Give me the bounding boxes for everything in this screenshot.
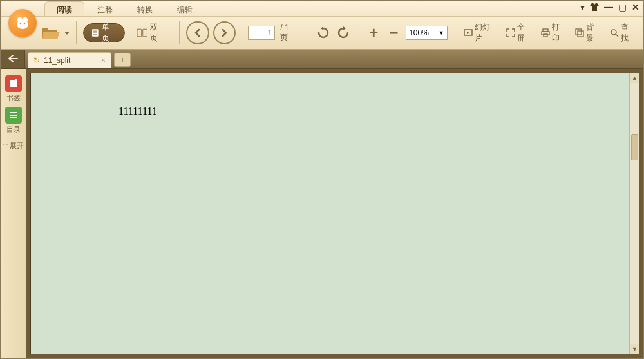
search-icon (610, 28, 619, 37)
svg-rect-14 (544, 34, 547, 37)
menu-bar: 阅读 注释 转换 编辑 ▾ — ▢ ✕ (1, 1, 643, 16)
rotate-left-button[interactable] (315, 24, 331, 41)
slideshow-label: 幻灯片 (475, 22, 497, 44)
expand-button[interactable]: ﹀ 展开 (3, 141, 24, 151)
maximize-icon[interactable]: ▢ (618, 2, 627, 12)
svg-line-18 (616, 34, 618, 37)
content-wrap: 11111111 ▲ ▼ (26, 69, 643, 358)
divider (179, 21, 180, 44)
bookmark-button[interactable]: 书签 (4, 74, 23, 104)
double-page-button[interactable]: 双页 (129, 23, 173, 42)
zoom-out-button[interactable]: − (386, 24, 402, 41)
reload-icon[interactable]: ↻ (33, 56, 40, 65)
next-page-button[interactable] (213, 21, 236, 44)
open-file-button[interactable] (39, 23, 62, 42)
menu-tab-edit[interactable]: 编辑 (166, 2, 204, 17)
divider (76, 21, 77, 44)
document-tab-title: 11_split (44, 56, 70, 65)
toolbar: 单页 双页 / 1页 + (1, 16, 643, 50)
scroll-up-button[interactable]: ▲ (630, 73, 639, 83)
fullscreen-icon (506, 28, 515, 37)
print-button[interactable]: 打印 (538, 22, 569, 44)
find-button[interactable]: 查找 (607, 22, 638, 44)
window-controls: ▾ — ▢ ✕ (580, 2, 639, 12)
print-icon (541, 28, 550, 37)
expand-label: 展开 (10, 141, 24, 151)
svg-rect-16 (578, 31, 583, 37)
toc-label: 目录 (6, 125, 21, 134)
zoom-select[interactable]: 100% ▼ (406, 26, 447, 40)
double-page-label: 双页 (150, 22, 165, 44)
zoom-value: 100% (409, 28, 429, 37)
rotate-right-button[interactable] (336, 24, 352, 41)
app-window: 阅读 注释 转换 编辑 ▾ — ▢ ✕ 单页 (0, 0, 644, 359)
chevron-down-icon: ﹀ (3, 142, 8, 150)
skin-icon[interactable]: ▾ (580, 2, 585, 12)
svg-point-4 (24, 23, 26, 25)
svg-point-2 (23, 17, 28, 23)
bookmark-label: 书签 (6, 93, 21, 103)
prev-page-button[interactable] (186, 21, 209, 44)
fullscreen-label: 全屏 (517, 22, 532, 44)
chevron-down-icon: ▼ (439, 30, 444, 36)
document-tab[interactable]: ↻ 11_split × (28, 52, 111, 68)
page-number-input[interactable] (248, 26, 275, 40)
svg-point-3 (20, 23, 22, 25)
close-tab-icon[interactable]: × (100, 55, 106, 65)
svg-rect-10 (142, 29, 147, 37)
zoom-in-button[interactable]: + (366, 24, 382, 41)
svg-rect-9 (137, 29, 142, 37)
background-label: 背景 (586, 22, 601, 44)
print-label: 打印 (552, 22, 567, 44)
menu-tab-read[interactable]: 阅读 (44, 1, 84, 17)
svg-point-17 (611, 30, 616, 35)
bookmark-icon (5, 75, 22, 92)
scroll-thumb[interactable] (631, 134, 638, 160)
close-icon[interactable]: ✕ (632, 2, 639, 12)
scroll-track[interactable] (630, 83, 639, 344)
new-tab-button[interactable]: + (114, 53, 131, 67)
scroll-down-button[interactable]: ▼ (630, 344, 639, 354)
background-icon (575, 28, 584, 37)
find-label: 查找 (621, 22, 636, 44)
toc-button[interactable]: 目录 (4, 106, 23, 136)
vertical-scrollbar[interactable]: ▲ ▼ (629, 73, 639, 354)
background-button[interactable]: 背景 (573, 22, 603, 44)
open-file-dropdown[interactable] (64, 32, 70, 35)
document-viewport[interactable]: 11111111 (30, 73, 629, 354)
fullscreen-button[interactable]: 全屏 (504, 22, 535, 44)
toc-icon (5, 107, 22, 124)
menu-tab-annotate[interactable]: 注释 (86, 2, 124, 17)
sidebar: 书签 目录 ﹀ 展开 (1, 69, 26, 358)
single-page-button[interactable]: 单页 (83, 23, 125, 42)
document-content: 11111111 (118, 106, 157, 117)
single-page-label: 单页 (102, 22, 117, 44)
slideshow-icon (464, 28, 473, 37)
svg-point-1 (17, 17, 23, 23)
shirt-icon[interactable] (590, 3, 599, 11)
minimize-icon[interactable]: — (604, 2, 613, 12)
back-button[interactable] (1, 50, 25, 68)
app-logo[interactable] (8, 9, 37, 37)
document-tab-bar: ↻ 11_split × + (1, 50, 643, 68)
page-total-label: / 1页 (280, 23, 296, 43)
menu-tab-convert[interactable]: 转换 (126, 2, 164, 17)
toolbar-inner: 单页 双页 / 1页 + (39, 21, 638, 44)
slideshow-button[interactable]: 幻灯片 (461, 22, 499, 44)
body: 书签 目录 ﹀ 展开 11111111 ▲ ▼ (1, 68, 643, 358)
svg-rect-15 (576, 29, 582, 35)
